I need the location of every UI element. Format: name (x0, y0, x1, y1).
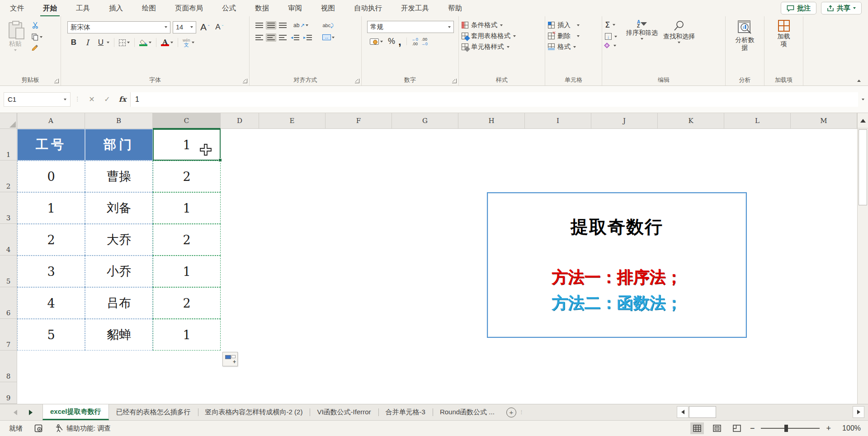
sheet-tab-2[interactable]: 已经有的表格怎么插多行 (109, 404, 198, 420)
row-header-9[interactable]: 9 (0, 382, 17, 404)
col-header-I[interactable]: I (525, 113, 591, 129)
col-header-C[interactable]: C (153, 113, 221, 129)
clipboard-dialog-launcher[interactable] (54, 79, 59, 83)
tab-data[interactable]: 数据 (254, 0, 270, 17)
tab-review[interactable]: 审阅 (287, 0, 303, 17)
cell-A5[interactable]: 3 (17, 256, 85, 287)
italic-button[interactable]: I (81, 37, 94, 48)
horizontal-scrollbar-thumb[interactable] (689, 406, 716, 418)
font-color-button[interactable]: A (159, 38, 175, 47)
number-dialog-launcher[interactable] (452, 79, 457, 83)
scroll-up-button[interactable] (858, 113, 868, 128)
cancel-entry-button[interactable]: ✕ (84, 92, 99, 107)
row-header-5[interactable]: 5 (0, 256, 17, 287)
col-header-B[interactable]: B (85, 113, 153, 129)
tab-view[interactable]: 视图 (320, 0, 336, 17)
bold-button[interactable]: B (67, 37, 80, 48)
sort-filter-button[interactable]: AZ 排序和筛选 (623, 19, 660, 41)
cell-B2[interactable]: 曹操 (85, 161, 153, 192)
auto-fill-options-button[interactable]: + (222, 352, 238, 366)
fill-color-button[interactable] (137, 38, 153, 47)
tab-page-layout[interactable]: 页面布局 (174, 0, 204, 17)
increase-indent-button[interactable]: ▸ (302, 33, 313, 42)
cell-A3[interactable]: 1 (17, 192, 85, 224)
wrap-text-button[interactable]: abc⤸ (321, 22, 335, 29)
col-header-F[interactable]: F (326, 113, 392, 129)
col-header-D[interactable]: D (221, 113, 259, 129)
zoom-slider[interactable] (761, 428, 820, 429)
merge-center-button[interactable]: ↔ (321, 33, 336, 42)
cell-B6[interactable]: 吕布 (85, 287, 153, 319)
align-right-button[interactable] (278, 33, 288, 42)
tab-tools[interactable]: 工具 (75, 0, 91, 17)
expand-formula-bar-icon[interactable] (862, 99, 864, 100)
format-cells-button[interactable]: 格式 (548, 43, 599, 51)
select-all-button[interactable] (0, 113, 17, 129)
insert-function-button[interactable]: fx (115, 92, 130, 107)
tab-developer[interactable]: 开发工具 (400, 0, 430, 17)
decrease-decimal-button[interactable]: .00→0 (421, 37, 428, 46)
col-header-A[interactable]: A (17, 113, 85, 129)
underline-button[interactable]: U (94, 37, 111, 48)
row-header-3[interactable]: 3 (0, 192, 17, 224)
vertical-scrollbar[interactable] (857, 113, 868, 404)
alignment-dialog-launcher[interactable] (355, 79, 359, 83)
worksheet-textbox[interactable]: 提取奇数行 方法一：排序法； 方法二：函数法； (487, 192, 747, 338)
tab-file[interactable]: 文件 (9, 0, 25, 17)
sheet-bar-resizer[interactable]: ⁞ (521, 409, 523, 416)
hscroll-left-button[interactable] (677, 406, 689, 418)
cell-C7[interactable]: 1 (153, 319, 221, 351)
cell-B1[interactable]: 部门 (85, 129, 153, 161)
sheet-tab-6[interactable]: Round函数公式 ... (433, 404, 502, 420)
orientation-button[interactable]: ab↗ (292, 21, 310, 30)
align-top-button[interactable] (254, 21, 264, 29)
autosum-button[interactable]: Σ (605, 20, 617, 29)
page-layout-view-button[interactable] (710, 422, 724, 434)
conditional-formatting-button[interactable]: 条件格式 (462, 21, 542, 29)
clear-button[interactable] (605, 43, 617, 47)
cell-A1[interactable]: 工号 (17, 129, 85, 161)
number-format-combo[interactable]: 常规 (367, 21, 454, 33)
align-bottom-button[interactable] (278, 21, 288, 29)
sheet-tab-5[interactable]: 合并单元格-3 (378, 404, 433, 420)
col-header-E[interactable]: E (259, 113, 326, 129)
align-middle-button[interactable] (266, 21, 276, 29)
tab-help[interactable]: 帮助 (447, 0, 463, 17)
formula-input[interactable]: 1 (130, 92, 858, 107)
cell-A2[interactable]: 0 (17, 161, 85, 192)
align-left-button[interactable] (254, 33, 264, 42)
paste-button[interactable]: 粘贴 (3, 20, 28, 51)
font-dialog-launcher[interactable] (243, 79, 247, 83)
row-header-1[interactable]: 1 (0, 129, 17, 161)
sheet-tab-1[interactable]: excel提取奇数行 (42, 404, 109, 420)
new-sheet-button[interactable]: + (506, 408, 516, 417)
tab-draw[interactable]: 绘图 (141, 0, 157, 17)
sheet-tab-4[interactable]: VI函数公式-Iferror (310, 404, 378, 420)
cut-button[interactable] (32, 22, 42, 31)
col-header-K[interactable]: K (658, 113, 724, 129)
normal-view-button[interactable] (690, 422, 704, 434)
tab-home[interactable]: 开始 (42, 0, 58, 17)
row-header-6[interactable]: 6 (0, 287, 17, 319)
zoom-slider-thumb[interactable] (784, 425, 788, 432)
col-header-M[interactable]: M (791, 113, 857, 129)
sheet-nav-prev-icon[interactable] (14, 410, 17, 415)
phonetic-button[interactable]: wén 文 (181, 37, 196, 48)
cell-A4[interactable]: 2 (17, 224, 85, 256)
comma-style-button[interactable]: , (398, 39, 401, 44)
copy-button[interactable] (32, 33, 42, 41)
increase-decimal-button[interactable]: ←0.00 (412, 37, 418, 46)
comments-button[interactable]: 批注 (781, 2, 816, 14)
format-painter-button[interactable] (32, 43, 42, 52)
cell-B4[interactable]: 大乔 (85, 224, 153, 256)
horizontal-scrollbar[interactable] (677, 406, 864, 418)
tab-formulas[interactable]: 公式 (221, 0, 237, 17)
row-header-2[interactable]: 2 (0, 161, 17, 192)
cell-C6[interactable]: 2 (153, 287, 221, 319)
decrease-font-button[interactable]: Aˇ (213, 22, 225, 33)
share-button[interactable]: 共享 (821, 2, 862, 14)
cell-C2[interactable]: 2 (153, 161, 221, 192)
cell-B5[interactable]: 小乔 (85, 256, 153, 287)
col-header-J[interactable]: J (591, 113, 658, 129)
accessibility-status[interactable]: 辅助功能: 调查 (55, 424, 111, 433)
